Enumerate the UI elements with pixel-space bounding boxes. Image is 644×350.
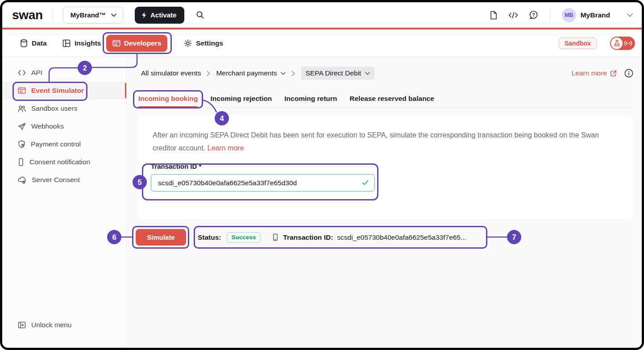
- sidebar-item-label: Payment control: [31, 140, 81, 148]
- sidebar-item-label: Webhooks: [31, 122, 64, 130]
- activate-button[interactable]: Activate: [135, 7, 184, 24]
- code-icon[interactable]: [508, 12, 518, 19]
- status-label: Status:: [198, 233, 221, 242]
- chevron-right-icon: [291, 71, 295, 76]
- project-name: MyBrand™: [71, 11, 106, 19]
- nav-label: Settings: [196, 39, 223, 47]
- account-menu[interactable]: MB MyBrand: [562, 8, 633, 22]
- transaction-id-input[interactable]: [151, 174, 375, 192]
- sidebar-item-label: Consent notification: [29, 158, 90, 166]
- account-name: MyBrand: [581, 11, 610, 19]
- sidebar-item-label: Unlock menu: [31, 321, 71, 329]
- paper-plane-icon: [18, 123, 26, 130]
- docs-icon[interactable]: [490, 11, 498, 20]
- transaction-id-result-value: scsdi_e05730b40e0afa6625e5a33f7e65...: [337, 233, 466, 242]
- checkmark-icon: [362, 180, 369, 185]
- grid-icon: [62, 39, 71, 47]
- external-link-icon: [610, 70, 617, 77]
- copy-icon[interactable]: [272, 233, 278, 242]
- nav-item-data[interactable]: Data: [20, 39, 47, 47]
- breadcrumb-root[interactable]: All simulator events: [141, 69, 201, 77]
- tab-release-reserved-balance[interactable]: Release reserved balance: [344, 90, 440, 107]
- sidebar-item-label: Server Consent: [32, 176, 80, 184]
- shield-check-icon: [18, 140, 25, 148]
- sidebar-item-label: API: [31, 69, 42, 77]
- flask-icon: [611, 38, 623, 49]
- database-icon: [20, 39, 28, 47]
- tab-incoming-return[interactable]: Incoming return: [279, 90, 342, 107]
- breadcrumb: All simulator events Merchant payments S…: [141, 67, 375, 80]
- sidebar-item-unlock-menu[interactable]: Unlock menu: [2, 316, 126, 334]
- nav-label: Data: [32, 39, 47, 47]
- chevron-down-icon: [281, 72, 286, 75]
- nav-item-settings[interactable]: Settings: [184, 39, 223, 47]
- breadcrumb-category[interactable]: Merchant payments: [216, 69, 285, 77]
- simulation-result: Status: Success Transaction ID: scsdi_e0…: [198, 226, 466, 249]
- svg-text:?: ?: [532, 12, 535, 17]
- nav-item-insights[interactable]: Insights: [62, 39, 101, 47]
- chevron-right-icon: [207, 71, 210, 76]
- tab-incoming-booking[interactable]: Incoming booking: [133, 90, 203, 107]
- sidebar-item-event-simulator[interactable]: Event Simulator: [2, 82, 126, 100]
- search-icon[interactable]: [196, 11, 204, 19]
- main-nav: Data Insights Developers Settings Sandbo…: [2, 29, 642, 57]
- event-simulator-icon: [18, 87, 26, 94]
- signal-icon: [624, 40, 632, 46]
- help-icon[interactable]: ?: [529, 10, 538, 20]
- tab-incoming-rejection[interactable]: Incoming rejection: [205, 90, 277, 107]
- users-icon: [18, 105, 26, 112]
- divider: [53, 8, 53, 22]
- swan-logo: swan: [12, 8, 43, 22]
- sidebar-item-payment-control[interactable]: Payment control: [2, 135, 126, 153]
- learn-more-inline-link[interactable]: Learn more: [208, 144, 244, 152]
- nav-item-developers[interactable]: Developers: [106, 35, 167, 52]
- sandbox-badge: Sandbox: [559, 38, 597, 49]
- sidebar-item-webhooks[interactable]: Webhooks: [2, 117, 126, 135]
- sidebar-item-label: Event Simulator: [31, 87, 84, 95]
- divider: [550, 8, 550, 22]
- learn-more-link[interactable]: Learn more: [572, 69, 617, 77]
- status-badge: Success: [227, 232, 261, 243]
- nav-label: Insights: [75, 39, 101, 47]
- learn-more-label: Learn more: [572, 69, 607, 77]
- sidebar-item-label: Sandbox users: [31, 104, 77, 112]
- chevron-down-icon: [627, 13, 633, 17]
- sandbox-toggle[interactable]: [610, 37, 635, 50]
- transaction-id-label: Transaction ID *: [151, 162, 375, 170]
- smartphone-icon: [18, 158, 24, 166]
- lightning-icon: [141, 12, 147, 19]
- sidebar-item-consent-notification[interactable]: Consent notification: [2, 153, 126, 171]
- top-right-group: ? MB MyBrand: [490, 8, 633, 22]
- activate-label: Activate: [150, 11, 176, 19]
- breadcrumb-current-label: SEPA Direct Debit: [306, 69, 361, 77]
- transaction-id-result-label: Transaction ID:: [283, 233, 333, 242]
- sidebar: API Event Simulator Sandbox users Webhoo…: [2, 57, 127, 347]
- project-selector[interactable]: MyBrand™: [63, 7, 123, 24]
- chevron-down-icon: [365, 72, 370, 75]
- sidebar-item-api[interactable]: API: [2, 64, 126, 82]
- tab-bar: Incoming booking Incoming rejection Inco…: [133, 90, 632, 108]
- simulate-button[interactable]: Simulate: [136, 229, 186, 246]
- chevron-down-icon: [111, 13, 116, 17]
- sidebar-collapse-icon: [18, 321, 26, 329]
- code-brackets-icon: [18, 69, 26, 76]
- transaction-id-field-group: Transaction ID *: [151, 162, 375, 192]
- window-code-icon: [112, 40, 120, 47]
- info-icon[interactable]: [624, 68, 634, 78]
- simulator-card: After an incoming SEPA Direct Debit has …: [137, 115, 633, 220]
- gear-icon: [184, 39, 192, 47]
- breadcrumb-current[interactable]: SEPA Direct Debit: [301, 67, 375, 80]
- main-content: All simulator events Merchant payments S…: [127, 57, 642, 347]
- nav-label: Developers: [124, 39, 162, 47]
- app-surface: swan MyBrand™ Activate ?: [2, 2, 642, 348]
- cloud-icon: [18, 176, 26, 184]
- top-bar: swan MyBrand™ Activate ?: [2, 2, 642, 28]
- sidebar-item-server-consent[interactable]: Server Consent: [2, 171, 126, 189]
- card-description: After an incoming SEPA Direct Debit has …: [153, 129, 599, 154]
- breadcrumb-category-label: Merchant payments: [216, 69, 277, 77]
- app-window: swan MyBrand™ Activate ?: [0, 0, 644, 350]
- avatar: MB: [562, 8, 576, 22]
- sidebar-item-sandbox-users[interactable]: Sandbox users: [2, 100, 126, 117]
